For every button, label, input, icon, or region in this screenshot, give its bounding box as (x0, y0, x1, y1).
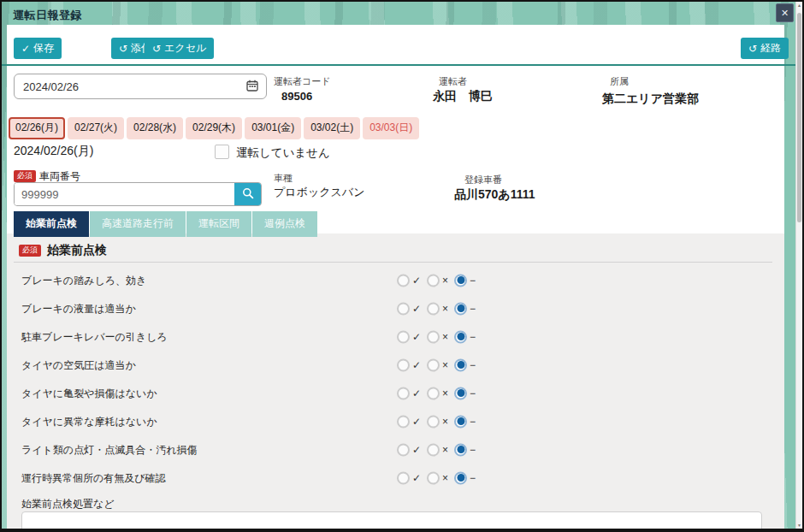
radio-option-label: × (442, 416, 448, 428)
tab-before-highway[interactable]: 高速道路走行前 (90, 211, 186, 237)
driver-name-value: 永田 博巳 (433, 89, 493, 104)
radio-option-label: ✓ (412, 444, 421, 456)
calendar-icon[interactable] (246, 80, 258, 95)
date-pill[interactable]: 02/27(火) (68, 117, 124, 139)
radio-group: ✓×− (397, 387, 476, 399)
radio-check[interactable] (397, 415, 410, 428)
radio-dash[interactable] (454, 415, 467, 428)
radio-cross[interactable] (427, 274, 440, 287)
radio-check[interactable] (397, 274, 410, 287)
radio-option-label: ✓ (412, 416, 421, 428)
radio-check[interactable] (397, 330, 410, 343)
radio-check[interactable] (397, 302, 410, 315)
radio-option-label: − (470, 275, 476, 287)
radio-option: − (454, 443, 476, 456)
tab-driving-section[interactable]: 運転区間 (186, 211, 251, 237)
radio-dash[interactable] (454, 330, 467, 343)
radio-option: ✓ (397, 387, 421, 399)
checklist-item-label: タイヤに亀裂や損傷はないか (21, 386, 157, 400)
vehicle-number-field (14, 182, 262, 206)
radio-option: ✓ (397, 274, 421, 287)
radio-check[interactable] (397, 443, 410, 456)
checklist-item-label: 駐車ブレーキレバーの引きしろ (21, 329, 168, 344)
scrollbar-thumb[interactable] (797, 13, 801, 222)
radio-cross[interactable] (427, 330, 440, 343)
radio-option: ✓ (397, 415, 421, 428)
radio-option: × (427, 358, 448, 371)
date-pill[interactable]: 02/29(木) (186, 117, 242, 139)
radio-option: ✓ (397, 471, 421, 484)
radio-cross[interactable] (427, 443, 440, 456)
tab-weekly-inspection[interactable]: 週例点検 (252, 211, 317, 237)
radio-cross[interactable] (427, 302, 440, 315)
radio-option-label: × (442, 444, 448, 456)
scroll-down-arrow[interactable]: ▼ (796, 523, 802, 528)
driving-report-dialog: 運転日報登録 ✕ ✓ 保存 ↺ 添付 ↺ エクセル ↺ 経路 運転者コード 89… (0, 0, 804, 532)
radio-group: ✓×− (397, 415, 476, 428)
route-button[interactable]: ↺ 経路 (741, 38, 789, 59)
scroll-up-arrow[interactable]: ▲ (796, 3, 802, 8)
radio-check[interactable] (397, 358, 410, 371)
radio-dash[interactable] (454, 387, 467, 399)
radio-option-label: × (442, 387, 448, 399)
checklist-row: タイヤの空気圧は適当か✓×− (7, 351, 784, 379)
tab-pre-work-inspection[interactable]: 始業前点検 (14, 211, 89, 237)
radio-dash[interactable] (454, 302, 467, 315)
excel-button-label: エクセル (164, 41, 206, 56)
radio-option-label: − (470, 331, 476, 343)
checklist-row: ブレーキの踏みしろ、効き✓×− (7, 266, 784, 294)
radio-group: ✓×− (397, 443, 476, 456)
radio-option: − (454, 358, 476, 371)
radio-option-label: ✓ (412, 359, 421, 371)
radio-dash[interactable] (454, 358, 467, 371)
radio-cross[interactable] (427, 471, 440, 484)
selected-day-label: 2024/02/26(月) (14, 144, 93, 159)
driver-code-value: 89506 (281, 90, 312, 103)
radio-option-label: × (442, 331, 448, 343)
checklist-item-label: ブレーキの踏みしろ、効き (21, 273, 146, 287)
radio-dash[interactable] (454, 274, 467, 287)
radio-cross[interactable] (427, 358, 440, 371)
radio-option-label: × (442, 275, 448, 287)
radio-cross[interactable] (427, 387, 440, 399)
vehicle-number-input[interactable] (15, 183, 234, 205)
required-badge: 必須 (14, 170, 36, 182)
excel-button[interactable]: ↺ エクセル (145, 38, 214, 59)
checklist-row: ブレーキの液量は適当か✓×− (7, 294, 784, 322)
radio-check[interactable] (397, 471, 410, 484)
not-driving-checkbox[interactable] (215, 145, 229, 159)
radio-dash[interactable] (454, 471, 467, 484)
report-date-input[interactable] (14, 74, 267, 99)
radio-option-label: × (442, 303, 448, 315)
radio-option: × (427, 302, 448, 315)
date-pill[interactable]: 02/26(月) (9, 117, 65, 139)
radio-dash[interactable] (454, 443, 467, 456)
radio-option: − (454, 302, 476, 315)
date-pill[interactable]: 03/01(金) (245, 117, 301, 139)
close-icon[interactable]: ✕ (776, 3, 794, 22)
checklist-item-label: 運行時異常個所の有無及び確認 (21, 470, 166, 485)
date-pill[interactable]: 03/03(日) (363, 117, 419, 139)
date-pill-row: 02/26(月)02/27(火)02/28(水)02/29(木)03/01(金)… (9, 117, 419, 139)
radio-option-label: ✓ (412, 275, 421, 287)
checklist-row: タイヤに異常な摩耗はないか✓×− (7, 407, 784, 435)
radio-option: × (427, 471, 448, 484)
radio-cross[interactable] (427, 415, 440, 428)
check-icon: ✓ (21, 43, 30, 55)
radio-option: − (454, 330, 476, 343)
section-divider (14, 262, 772, 263)
radio-option: ✓ (397, 443, 421, 456)
radio-option: − (454, 415, 476, 428)
checklist-row: タイヤに亀裂や損傷はないか✓×− (7, 379, 784, 407)
date-pill[interactable]: 03/02(土) (304, 117, 360, 139)
radio-option: − (454, 471, 476, 484)
notes-input[interactable] (21, 511, 762, 529)
vertical-scrollbar[interactable]: ▲ ▼ (795, 2, 802, 529)
radio-check[interactable] (397, 387, 410, 399)
save-button[interactable]: ✓ 保存 (14, 38, 62, 59)
checklist: ブレーキの踏みしろ、効き✓×−ブレーキの液量は適当か✓×−駐車ブレーキレバーの引… (7, 266, 784, 492)
date-pill[interactable]: 02/28(水) (127, 117, 183, 139)
radio-option-label: ✓ (412, 472, 421, 484)
radio-option: ✓ (397, 302, 421, 315)
vehicle-search-button[interactable] (234, 183, 261, 205)
